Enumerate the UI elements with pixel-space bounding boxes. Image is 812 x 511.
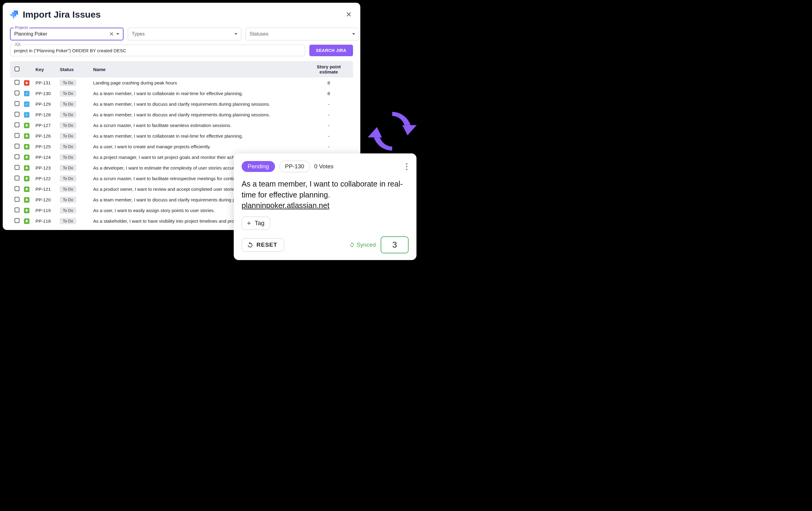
chevron-down-icon[interactable] [352,33,355,35]
status-badge: To Do [60,196,76,203]
row-checkbox[interactable] [14,197,20,202]
status-badge: To Do [60,218,76,224]
jira-logo-icon [10,10,19,19]
select-all-checkbox[interactable] [14,66,20,72]
col-name: Name [91,61,304,78]
jql-input[interactable] [14,48,301,53]
chevron-down-icon[interactable] [234,33,237,35]
story-type-icon [24,165,29,171]
story-type-icon [24,197,29,203]
sync-icon [349,242,355,248]
issue-estimate: - [304,120,353,131]
row-checkbox[interactable] [14,208,20,212]
row-checkbox[interactable] [14,112,20,117]
svg-point-0 [26,82,28,84]
story-type-icon [24,187,29,192]
modal-title: Import Jira Issues [23,9,101,20]
issue-name: As a team member, I want to discuss and … [91,109,304,120]
issue-key: PP-124 [33,152,57,163]
issue-estimate: - [304,141,353,152]
estimate-value-box[interactable]: 3 [381,236,409,253]
reset-icon [247,242,254,248]
status-badge: To Do [60,154,76,160]
status-badge: To Do [60,207,76,214]
card-kebab-menu[interactable] [405,162,409,171]
row-checkbox[interactable] [14,218,20,223]
issue-estimate: - [304,131,353,141]
projects-clear-icon[interactable]: ✕ [109,31,114,37]
issue-key: PP-122 [33,173,57,184]
add-tag-button[interactable]: ＋ Tag [242,217,270,230]
reset-label: RESET [257,242,277,248]
issue-name: As a team member, I want to discuss and … [91,99,304,109]
card-header: Pending PP-130 0 Votes [242,161,409,172]
row-checkbox[interactable] [14,154,20,159]
types-select[interactable]: Types [128,28,241,41]
story-type-icon [24,155,29,160]
row-checkbox[interactable] [14,186,20,191]
row-checkbox[interactable] [14,176,20,181]
status-badge: To Do [60,122,76,129]
row-checkbox[interactable] [14,165,20,170]
status-badge: To Do [60,143,76,150]
issue-key: PP-120 [33,194,57,205]
col-estimate: Story point estimate [304,61,353,78]
table-row[interactable]: PP-129To DoAs a team member, I want to d… [10,99,353,109]
row-checkbox[interactable] [14,90,20,96]
projects-value: Planning Poker [14,31,109,37]
chevron-down-icon[interactable] [116,33,119,35]
synced-label-text: Synced [357,242,376,248]
story-card: Pending PP-130 0 Votes As a team member,… [234,154,416,260]
story-type-icon [24,218,29,224]
row-checkbox[interactable] [14,133,20,138]
issue-estimate: - [304,99,353,109]
task-type-icon [24,112,29,117]
reset-button[interactable]: RESET [242,238,284,251]
issue-key: PP-125 [33,141,57,152]
types-placeholder: Types [132,31,234,37]
card-footer: RESET Synced 3 [242,236,409,253]
statuses-select[interactable]: Statuses [245,28,359,41]
issue-key: PP-118 [33,216,57,226]
table-row[interactable]: PP-131To DoLanding page crashing during … [10,78,353,88]
task-type-icon [24,102,29,107]
status-badge: To Do [60,101,76,107]
col-type [24,61,33,78]
issue-key: PP-127 [33,120,57,131]
status-badge: To Do [60,186,76,192]
issue-estimate: 8 [304,78,353,88]
issue-name: As a user, I want to create and manage p… [91,141,304,152]
filters-row: Projects Planning Poker ✕ Types Statuses [10,28,353,41]
jira-instance-link[interactable]: planninpoker.atlassian.net [242,201,329,210]
jql-input-wrap[interactable]: JQL [10,45,305,56]
sync-arrows-icon [367,106,418,157]
table-row[interactable]: PP-126To DoAs a team member, I want to c… [10,131,353,141]
issue-estimate: - [304,109,353,120]
projects-select[interactable]: Projects Planning Poker ✕ [10,28,123,41]
issue-name: Landing page crashing during peak hours [91,78,304,88]
table-row[interactable]: PP-128To DoAs a team member, I want to d… [10,109,353,120]
issue-name: As a scrum master, I want to facilitate … [91,120,304,131]
status-pending-pill: Pending [242,161,275,172]
row-checkbox[interactable] [14,101,20,106]
table-row[interactable]: PP-130To DoAs a team member, I want to c… [10,88,353,99]
status-badge: To Do [60,133,76,139]
search-jira-button[interactable]: SEARCH JIRA [309,45,353,56]
close-button[interactable]: ✕ [345,10,353,20]
statuses-placeholder: Statuses [250,31,352,37]
card-story-text: As a team member, I want to collaborate … [242,178,409,200]
row-checkbox[interactable] [14,80,20,85]
issue-key-pill[interactable]: PP-130 [279,161,310,172]
table-row[interactable]: PP-127To DoAs a scrum master, I want to … [10,120,353,131]
table-row[interactable]: PP-125To DoAs a user, I want to create a… [10,141,353,152]
issue-key: PP-126 [33,131,57,141]
story-type-icon [24,133,29,139]
tag-button-label: Tag [255,220,264,226]
row-checkbox[interactable] [14,123,20,127]
projects-label: Projects [14,26,29,30]
bug-type-icon [24,80,29,86]
col-check [10,61,24,78]
row-checkbox[interactable] [14,144,20,149]
story-type-icon [24,144,29,150]
issue-name: As a team member, I want to collaborate … [91,88,304,99]
